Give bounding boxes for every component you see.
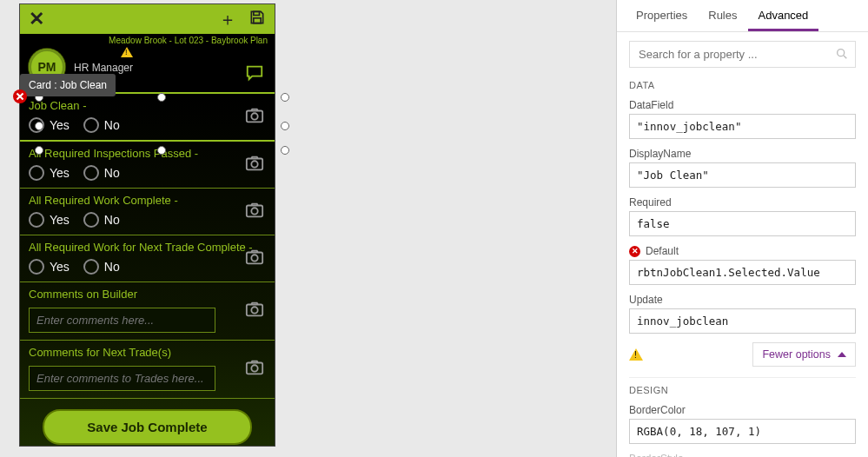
fewer-options-button[interactable]: Fewer options	[752, 342, 856, 367]
chat-icon[interactable]	[245, 63, 264, 85]
svg-point-9	[251, 255, 257, 261]
svg-point-13	[251, 365, 257, 371]
svg-rect-0	[254, 11, 260, 15]
card-title: All Required Inspections Passed -	[29, 147, 266, 160]
selection-tooltip: Card : Job Clean	[20, 74, 116, 96]
card-work-complete[interactable]: All Required Work Complete - Yes No	[20, 189, 275, 235]
save-icon[interactable]	[248, 9, 266, 30]
warning-icon	[121, 47, 133, 57]
radio-yes[interactable]: Yes	[29, 165, 70, 181]
card-inspections[interactable]: All Required Inspections Passed - Yes No	[20, 142, 275, 189]
prop-label-displayname: DisplayName	[629, 148, 856, 160]
card-title: All Required Work for Next Trade Complet…	[29, 241, 266, 254]
svg-point-7	[251, 208, 257, 214]
panel-tabs: Properties Rules Advanced	[617, 0, 868, 32]
delete-badge[interactable]	[13, 89, 27, 103]
prop-label-datafield: DataField	[629, 99, 856, 111]
svg-point-14	[838, 50, 845, 56]
form-area: Job Clean - Yes No All Required Inspecti…	[20, 92, 275, 446]
resize-handle[interactable]	[281, 146, 289, 155]
prop-label-borderstyle: BorderStyle	[629, 453, 856, 457]
radio-no[interactable]: No	[83, 117, 120, 133]
comments-trades-input[interactable]	[29, 366, 215, 391]
prop-label-default: Default	[646, 245, 679, 257]
section-design: DESIGN	[629, 377, 856, 395]
resize-handle[interactable]	[157, 93, 166, 102]
warning-icon	[629, 348, 643, 361]
prop-input-update[interactable]	[629, 308, 856, 334]
camera-icon[interactable]	[243, 106, 266, 129]
app-canvas: ✕ ＋ Meadow Brook - Lot 023 - Baybrook Pl…	[19, 3, 275, 447]
card-comments-builder: Comments on Builder	[20, 282, 275, 341]
user-role: HR Manager	[74, 62, 133, 74]
camera-icon[interactable]	[243, 358, 266, 381]
card-job-clean[interactable]: Job Clean - Yes No	[20, 92, 275, 142]
card-title: All Required Work Complete -	[29, 194, 266, 207]
radio-no[interactable]: No	[83, 212, 120, 228]
card-next-trade[interactable]: All Required Work for Next Trade Complet…	[20, 235, 275, 282]
resize-handle[interactable]	[281, 93, 289, 102]
project-line: Meadow Brook - Lot 023 - Baybrook Plan	[20, 34, 275, 45]
save-job-button[interactable]: Save Job Complete	[43, 409, 252, 445]
resize-handle[interactable]	[281, 122, 289, 130]
section-data: DATA	[629, 80, 856, 90]
plus-icon[interactable]: ＋	[219, 10, 236, 28]
tab-advanced[interactable]: Advanced	[748, 0, 819, 31]
search-icon	[835, 47, 849, 61]
svg-line-15	[844, 56, 846, 58]
prop-label-update: Update	[629, 294, 856, 306]
card-comments-trades: Comments for Next Trade(s)	[20, 341, 275, 399]
svg-point-11	[251, 307, 257, 313]
card-title: Comments on Builder	[29, 288, 266, 301]
prop-input-default[interactable]	[629, 260, 856, 285]
property-search-input[interactable]	[629, 41, 856, 68]
tab-rules[interactable]: Rules	[698, 0, 747, 31]
resize-handle[interactable]	[35, 146, 43, 155]
resize-handle[interactable]	[35, 122, 43, 130]
resize-handle[interactable]	[157, 146, 166, 155]
camera-icon[interactable]	[243, 201, 266, 223]
radio-no[interactable]: No	[83, 165, 120, 181]
camera-icon[interactable]	[243, 154, 266, 176]
radio-yes[interactable]: Yes	[29, 212, 70, 228]
card-title: Comments for Next Trade(s)	[29, 346, 266, 359]
svg-point-5	[251, 161, 257, 167]
radio-yes[interactable]: Yes	[29, 259, 70, 275]
app-header: ✕ ＋	[20, 4, 275, 34]
tab-properties[interactable]: Properties	[626, 0, 698, 31]
close-icon[interactable]: ✕	[29, 10, 44, 29]
svg-rect-1	[254, 18, 261, 23]
chevron-up-icon	[838, 352, 846, 357]
properties-panel: Properties Rules Advanced DATA DataField…	[616, 0, 868, 457]
prop-input-displayname[interactable]	[629, 162, 856, 188]
camera-icon[interactable]	[243, 248, 266, 270]
error-icon: ✕	[629, 246, 640, 257]
prop-input-datafield[interactable]	[629, 114, 856, 139]
radio-no[interactable]: No	[83, 259, 120, 275]
prop-input-required[interactable]	[629, 211, 856, 236]
svg-point-3	[251, 113, 257, 119]
camera-icon[interactable]	[243, 300, 266, 322]
prop-label-required: Required	[629, 196, 856, 209]
card-title: Job Clean -	[29, 99, 266, 112]
prop-label-bordercolor: BorderColor	[629, 404, 856, 416]
prop-input-bordercolor[interactable]	[629, 419, 856, 444]
comments-builder-input[interactable]	[29, 308, 215, 333]
